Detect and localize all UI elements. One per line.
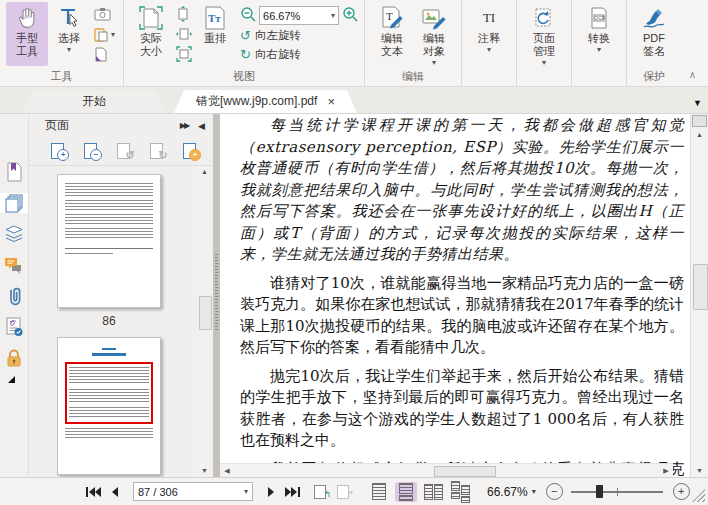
hand-tool-button[interactable]: 手型工具 (6, 2, 48, 66)
edit-object-label: 编辑对象 (421, 32, 447, 58)
chevron-down-icon: ▾ (542, 59, 546, 67)
chevron-down-icon: ▾ (597, 46, 601, 54)
paragraph: 每当统计学课程开课的第一天，我都会做超感官知觉（extrasensory per… (240, 115, 684, 266)
zoom-slider[interactable] (571, 484, 663, 499)
continuous-page-icon (399, 483, 413, 501)
enlarge-thumbnails-button[interactable]: + (49, 142, 67, 160)
facing-continuous-view-button[interactable] (449, 482, 471, 502)
page-management-icon (532, 4, 556, 32)
scroll-up-icon[interactable]: ▲ (201, 166, 208, 178)
vertical-scrollbar[interactable]: ▲ ▼ (690, 114, 708, 477)
scrollbar-thumb[interactable] (693, 264, 708, 310)
first-page-button[interactable] (86, 487, 101, 497)
clipboard-button[interactable]: ▾ (92, 25, 117, 43)
bookmarks-panel-button[interactable] (0, 162, 28, 182)
scroll-down-icon[interactable]: ▼ (696, 465, 703, 477)
convert-button[interactable]: OCR 转换 ▾ (578, 2, 620, 66)
facing-view-button[interactable] (422, 482, 444, 502)
comment-icon: TI (483, 4, 495, 32)
scrollbar-thumb[interactable] (199, 296, 212, 330)
insert-page-button[interactable]: + (181, 142, 199, 160)
reduce-thumbnails-button[interactable]: − (82, 142, 100, 160)
pages-panel-button[interactable] (0, 193, 28, 213)
zoom-out-icon (240, 6, 256, 22)
zoom-out-button[interactable] (240, 6, 256, 26)
previous-view-button[interactable]: ↰ (314, 485, 329, 498)
rotate-page-right-button[interactable]: ↻ (148, 142, 166, 160)
single-page-view-button[interactable] (368, 482, 390, 502)
comments-panel-button[interactable] (0, 255, 28, 275)
expand-panel-icon[interactable]: ▶▶ (180, 121, 188, 130)
tab-start[interactable]: 开始 (22, 90, 166, 113)
signatures-panel-button[interactable] (0, 317, 28, 337)
facing-continuous-icon (451, 481, 470, 503)
continuous-view-button[interactable] (395, 482, 417, 502)
edit-text-button[interactable]: T 编辑文本 (371, 2, 413, 66)
page-management-button[interactable]: 页面管理 ▾ (523, 2, 565, 67)
reflow-label: 重排 (194, 32, 236, 45)
chevron-down-icon[interactable]: ▾ (532, 487, 536, 496)
last-page-button[interactable] (285, 487, 300, 497)
zoom-out-button[interactable]: − (546, 483, 563, 500)
edit-object-button[interactable]: 编辑对象 ▾ (413, 2, 455, 67)
pages-panel-header: 页面 ▶▶ ◀ (29, 114, 213, 137)
rotate-right-icon: ↻ (158, 151, 168, 161)
ribbon-group-view: 实际大小 Tт 重排 (124, 0, 365, 86)
thumbnail-page-86[interactable] (57, 174, 161, 308)
attachments-panel-button[interactable] (0, 286, 28, 306)
snapshot-button[interactable] (92, 5, 117, 23)
fit-height-button[interactable] (174, 5, 194, 23)
more-panels-icon[interactable] (8, 376, 15, 383)
thumbnails-scrollbar[interactable]: ▲ ▼ (198, 166, 211, 477)
security-panel-button[interactable] (0, 348, 28, 368)
collapse-panel-icon[interactable]: ◀ (198, 121, 205, 131)
page-number-combobox[interactable]: 87 / 306 ▾ (133, 482, 253, 501)
rotate-left-button[interactable]: ↺ 向左旋转 (240, 26, 358, 45)
panel-splitter[interactable] (213, 114, 220, 477)
edit-text-icon: T (379, 4, 405, 32)
pdf-sign-pen-icon (640, 4, 668, 32)
edit-group-label: 编辑 (365, 69, 461, 84)
tab-document[interactable]: 错觉[www.j9p.com].pdf × (174, 90, 357, 113)
tab-list-dropdown-icon[interactable]: ▼ (693, 98, 702, 108)
status-zoom-value[interactable]: 66.67% (487, 485, 528, 499)
scroll-down-icon[interactable]: ▼ (201, 465, 208, 477)
next-view-button[interactable]: ↱ (337, 485, 352, 498)
view-history: ↰ ↱ (314, 485, 352, 498)
rotate-page-left-button[interactable]: ↺ (115, 142, 133, 160)
rotate-right-button[interactable]: ↻ 向右旋转 (240, 45, 358, 64)
chevron-down-icon: ▾ (331, 12, 335, 20)
select-tool-button[interactable]: 选择 ▾ (48, 2, 90, 66)
comment-button[interactable]: TI 注释 ▾ (468, 2, 510, 66)
splitter-handle[interactable] (215, 254, 218, 332)
zoom-in-button[interactable] (342, 6, 358, 26)
collapse-ribbon-button[interactable]: ∧ (689, 69, 696, 80)
close-icon[interactable]: × (327, 94, 335, 109)
svg-text:OCR: OCR (595, 16, 606, 21)
ribbon-zoom-combobox[interactable]: 66.67% ▾ (259, 6, 339, 25)
fit-page-button[interactable] (174, 45, 194, 63)
page-tool-button[interactable] (92, 45, 117, 63)
minus-badge-icon: − (90, 149, 102, 161)
split-view-handle[interactable] (692, 115, 707, 127)
scroll-left-icon[interactable]: ◀ (220, 467, 234, 475)
pdf-sign-button[interactable]: PDF 签名 (633, 2, 675, 66)
horizontal-scrollbar[interactable]: ◀ ▶ (220, 463, 673, 477)
pages-panel-title: 页面 (45, 117, 69, 134)
previous-page-button[interactable] (111, 487, 119, 497)
scrollbar-thumb[interactable] (434, 466, 496, 477)
next-page-button[interactable] (267, 487, 275, 497)
reflow-button[interactable]: Tт 重排 (194, 2, 236, 66)
zoom-in-icon (342, 6, 358, 22)
rotate-right-label: 向右旋转 (255, 47, 301, 62)
zoom-slider-knob[interactable] (596, 485, 603, 498)
resize-grip[interactable] (692, 489, 705, 502)
layers-panel-button[interactable] (0, 224, 28, 244)
actual-size-button[interactable]: 实际大小 (130, 2, 172, 66)
zoom-in-button[interactable]: + (673, 483, 690, 500)
edit-text-label: 编辑文本 (379, 32, 405, 58)
fit-width-button[interactable] (174, 25, 194, 43)
thumbnail-page-87[interactable] (57, 337, 161, 475)
scroll-right-icon[interactable]: ▶ (659, 467, 673, 475)
scroll-up-icon[interactable]: ▲ (696, 129, 703, 141)
